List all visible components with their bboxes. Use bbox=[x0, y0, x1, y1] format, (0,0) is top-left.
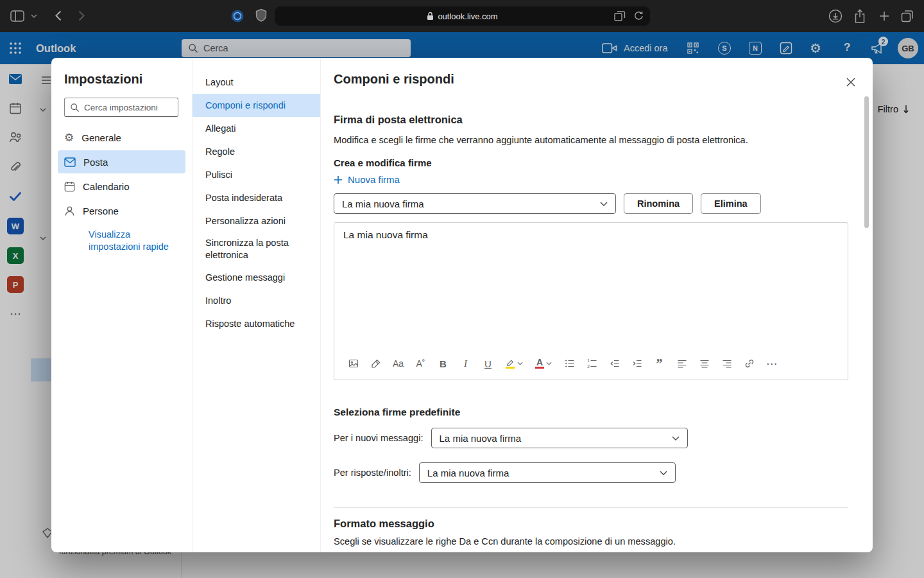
numbered-list-button[interactable]: 1 2 bbox=[581, 354, 603, 373]
new-messages-label: Per i nuovi messaggi: bbox=[334, 433, 424, 443]
section-regole[interactable]: Regole bbox=[193, 140, 320, 163]
font-color-button[interactable]: A bbox=[529, 354, 558, 373]
replies-row: Per risposte/inoltri: La mia nuova firma bbox=[334, 462, 676, 483]
more-formatting-button[interactable]: ⋯ bbox=[760, 354, 783, 373]
section-pulisci[interactable]: Pulisci bbox=[193, 163, 320, 186]
font-color-letter: A bbox=[536, 358, 543, 366]
section-gestione-messaggi[interactable]: Gestione messaggi bbox=[193, 266, 320, 289]
address-bar[interactable]: outlook.live.com bbox=[275, 6, 650, 26]
highlight-button[interactable] bbox=[499, 354, 529, 373]
outlook-app: Outlook Accedi ora bbox=[0, 32, 924, 578]
outdent-button[interactable] bbox=[603, 354, 626, 373]
indent-icon bbox=[632, 358, 642, 369]
category-posta[interactable]: Posta bbox=[58, 150, 185, 173]
reload-button[interactable] bbox=[633, 11, 644, 21]
plus-icon bbox=[334, 175, 343, 184]
category-label: Calendario bbox=[83, 181, 130, 192]
sidebar-menu-chevron[interactable] bbox=[31, 14, 37, 18]
outdent-icon bbox=[610, 358, 620, 369]
link-icon bbox=[744, 358, 755, 369]
mail-icon bbox=[64, 157, 76, 167]
chevron-down-icon bbox=[546, 362, 552, 365]
plus-icon bbox=[878, 10, 891, 22]
category-generale[interactable]: ⚙ Generale bbox=[58, 126, 185, 149]
person-icon bbox=[64, 206, 75, 216]
search-icon bbox=[70, 103, 80, 112]
delete-button[interactable]: Elimina bbox=[701, 193, 761, 214]
align-right-button[interactable] bbox=[715, 354, 738, 373]
underline-button[interactable]: U bbox=[477, 354, 499, 373]
new-messages-select[interactable]: La mia nuova firma bbox=[431, 428, 688, 448]
section-layout[interactable]: Layout bbox=[193, 71, 320, 94]
create-signatures-heading: Crea e modifica firme bbox=[334, 157, 432, 168]
shield-icon bbox=[255, 8, 267, 23]
bold-button[interactable]: B bbox=[432, 354, 454, 373]
scrollbar-thumb[interactable] bbox=[864, 96, 869, 228]
message-format-heading: Formato messaggio bbox=[334, 518, 434, 530]
section-allegati[interactable]: Allegati bbox=[193, 117, 320, 140]
shield-extension-button[interactable] bbox=[255, 8, 267, 23]
tab-overview-button[interactable] bbox=[901, 10, 914, 22]
align-center-icon bbox=[699, 358, 710, 369]
svg-text:1: 1 bbox=[587, 358, 590, 363]
quote-button[interactable]: ” bbox=[648, 354, 671, 373]
section-inoltro[interactable]: Inoltro bbox=[193, 289, 320, 312]
settings-dialog: Impostazioni ⚙ Generale bbox=[51, 58, 873, 552]
tab-overview-icon bbox=[901, 10, 914, 22]
new-signature-label: Nuova firma bbox=[348, 174, 400, 185]
align-center-button[interactable] bbox=[693, 354, 715, 373]
category-label: Generale bbox=[81, 132, 121, 143]
signature-editor[interactable]: La mia nuova firma bbox=[334, 222, 848, 380]
new-tab-button[interactable] bbox=[878, 10, 891, 22]
downloads-button[interactable] bbox=[828, 9, 843, 23]
back-button[interactable] bbox=[55, 10, 62, 21]
settings-search-input[interactable] bbox=[84, 103, 173, 112]
settings-content: Componi e rispondi Firma di posta elettr… bbox=[321, 58, 873, 552]
section-sincronizza[interactable]: Sincronizza la posta elettronica bbox=[193, 232, 320, 266]
italic-button[interactable]: I bbox=[454, 354, 477, 373]
section-divider bbox=[334, 507, 848, 508]
blue-circle-extension-icon bbox=[230, 9, 244, 23]
font-name-button[interactable]: Aa bbox=[387, 354, 409, 373]
message-format-description: Scegli se visualizzare le righe Da e Ccn… bbox=[334, 536, 676, 547]
section-componi-e-rispondi[interactable]: Componi e rispondi bbox=[193, 94, 320, 117]
align-left-button[interactable] bbox=[671, 354, 693, 373]
close-button[interactable] bbox=[843, 74, 859, 90]
signature-heading: Firma di posta elettronica bbox=[334, 114, 463, 126]
category-persone[interactable]: Persone bbox=[58, 199, 185, 222]
section-personalizza-azioni[interactable]: Personalizza azioni bbox=[193, 209, 320, 232]
section-posta-indesiderata[interactable]: Posta indesiderata bbox=[193, 186, 320, 209]
close-icon bbox=[846, 78, 855, 87]
category-calendario[interactable]: Calendario bbox=[58, 175, 185, 198]
settings-section-list: Layout Componi e rispondi Allegati Regol… bbox=[193, 58, 321, 552]
font-size-button[interactable]: A˚ bbox=[409, 354, 432, 373]
forward-button[interactable] bbox=[78, 10, 85, 21]
new-signature-button[interactable]: Nuova firma bbox=[334, 174, 400, 185]
bullet-list-button[interactable] bbox=[558, 354, 581, 373]
settings-title: Impostazioni bbox=[64, 72, 142, 87]
insert-link-button[interactable] bbox=[738, 354, 760, 373]
sidebar-toggle-button[interactable] bbox=[10, 10, 24, 22]
default-signatures-heading: Seleziona firme predefinite bbox=[334, 407, 460, 418]
category-label: Persone bbox=[83, 206, 119, 216]
editor-toolbar: Aa A˚ B I U bbox=[342, 353, 840, 374]
page-preview-button[interactable] bbox=[614, 11, 626, 21]
section-risposte-automatiche[interactable]: Risposte automatiche bbox=[193, 312, 320, 335]
settings-search[interactable] bbox=[64, 98, 178, 117]
quick-settings-link[interactable]: Visualizza impostazioni rapide bbox=[89, 229, 175, 253]
signature-selector-row: La mia nuova firma Rinomina Elimina bbox=[334, 193, 761, 214]
font-color-bar bbox=[535, 367, 544, 369]
url-text: outlook.live.com bbox=[438, 12, 497, 21]
new-messages-row: Per i nuovi messaggi: La mia nuova firma bbox=[334, 428, 688, 448]
rename-button[interactable]: Rinomina bbox=[624, 193, 693, 214]
insert-image-button[interactable] bbox=[342, 354, 364, 373]
format-painter-button[interactable] bbox=[364, 354, 387, 373]
share-icon bbox=[853, 8, 866, 24]
extension-button[interactable] bbox=[230, 9, 244, 23]
share-button[interactable] bbox=[853, 8, 866, 24]
signature-select[interactable]: La mia nuova firma bbox=[334, 193, 616, 214]
forward-icon bbox=[78, 10, 85, 21]
format-painter-icon bbox=[371, 358, 381, 369]
indent-button[interactable] bbox=[626, 354, 648, 373]
replies-select[interactable]: La mia nuova firma bbox=[419, 462, 676, 483]
